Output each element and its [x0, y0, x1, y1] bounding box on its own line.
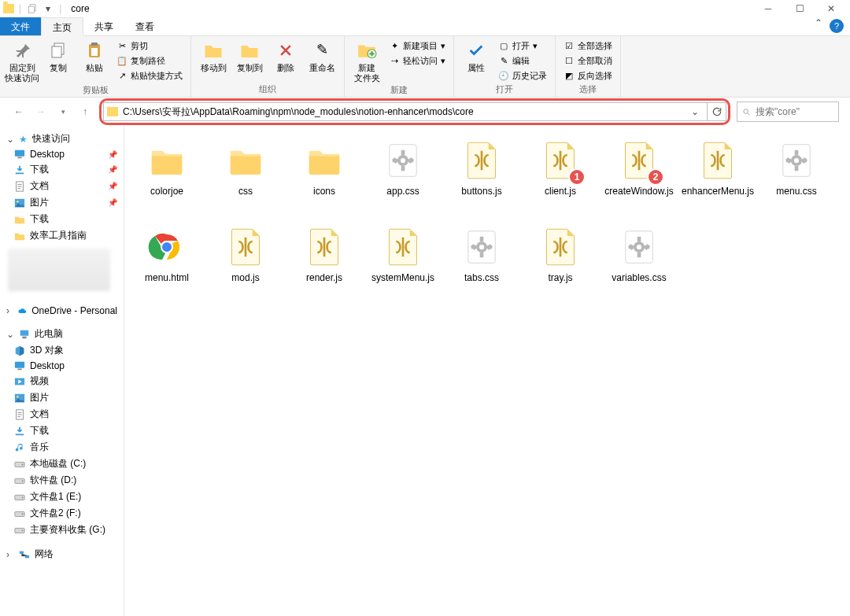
help-icon[interactable]: ? [830, 19, 844, 33]
open-button[interactable]: ▢打开 ▾ [495, 39, 550, 53]
collapse-ribbon-icon[interactable]: ⌃ [811, 17, 826, 35]
sidebar-item[interactable]: 下载 [0, 211, 124, 227]
file-label: css [238, 186, 253, 197]
invert-button[interactable]: ◩反向选择 [560, 69, 615, 83]
nav-recent-button[interactable]: ▾ [55, 104, 71, 120]
copy-label: 复制 [50, 63, 67, 73]
file-item[interactable]: menu.html [128, 220, 206, 307]
edit-button[interactable]: ✎编辑 [495, 54, 550, 68]
sidebar-item[interactable]: 文档📌 [0, 178, 124, 194]
window-title: core [71, 3, 89, 14]
properties-button[interactable]: 属性 [459, 38, 493, 73]
file-item[interactable]: buttons.js [442, 134, 521, 220]
sidebar-item[interactable]: 图片📌 [0, 194, 124, 211]
window-icon [3, 4, 14, 13]
nav-forward-button[interactable]: → [33, 104, 49, 120]
file-label: menu.css [776, 186, 816, 197]
sidebar-item[interactable]: 视频 [0, 373, 124, 389]
sidebar-thispc[interactable]: ⌄ 此电脑 [0, 326, 124, 342]
address-input[interactable] [123, 106, 686, 117]
file-item[interactable]: app.css [364, 134, 442, 220]
file-item[interactable]: tabs.css [442, 220, 521, 307]
refresh-button[interactable] [708, 102, 726, 121]
sidebar-item[interactable]: 效率工具指南 [0, 227, 124, 244]
sidebar-item[interactable]: 文档 [0, 406, 124, 422]
sidebar-item[interactable]: 主要资料收集 (G:) [0, 522, 124, 538]
nav-up-button[interactable]: ↑ [77, 104, 93, 120]
file-label: mod.js [231, 272, 259, 283]
file-item[interactable]: enhancerMenu.js [678, 134, 757, 220]
file-item[interactable]: tray.js [521, 220, 600, 307]
history-button[interactable]: 🕘历史记录 [495, 69, 550, 83]
sidebar-item[interactable]: 软件盘 (D:) [0, 472, 124, 489]
pin-icon: 📌 [108, 150, 117, 159]
file-label: buttons.js [461, 186, 501, 197]
qat-down-icon[interactable]: ▾ [42, 2, 54, 15]
newfolder-button[interactable]: 新建 文件夹 [349, 38, 384, 83]
file-item[interactable]: icons [285, 134, 364, 220]
delete-button[interactable]: 删除 [268, 38, 303, 73]
file-pane[interactable]: colorjoecssiconsapp.cssbuttons.js1client… [124, 126, 850, 616]
tab-file[interactable]: 文件 [0, 17, 41, 35]
pasteshortcut-button[interactable]: ↗粘贴快捷方式 [113, 69, 186, 83]
search-input[interactable] [756, 106, 833, 117]
tab-share[interactable]: 共享 [83, 17, 124, 35]
address-dropdown-icon[interactable]: ⌄ [686, 106, 704, 117]
file-icon [302, 138, 346, 183]
file-icon [460, 225, 504, 269]
file-item[interactable]: variables.css [600, 220, 678, 307]
copypath-button[interactable]: 📋复制路径 [113, 54, 186, 68]
file-item[interactable]: render.js [285, 220, 364, 307]
close-button[interactable]: ✕ [815, 0, 847, 17]
file-icon [224, 225, 268, 269]
file-label: createWindow.js [604, 186, 673, 197]
file-item[interactable]: 1client.js [521, 134, 600, 220]
sidebar-item[interactable]: Desktop [0, 359, 124, 373]
file-item[interactable]: css [206, 134, 285, 220]
qat-copy-icon[interactable] [26, 2, 39, 15]
file-icon [538, 225, 582, 269]
file-icon [617, 225, 661, 269]
sidebar-network[interactable]: › 网络 [0, 546, 124, 563]
moveto-button[interactable]: 移动到 [196, 38, 231, 73]
minimize-button[interactable]: ─ [752, 0, 784, 17]
sidebar-item[interactable]: 下载📌 [0, 161, 124, 178]
pin-quickaccess-button[interactable]: 固定到 快速访问 [5, 38, 39, 83]
newitem-button[interactable]: ✦新建项目 ▾ [386, 39, 449, 53]
file-item[interactable]: colorjoe [128, 134, 206, 220]
file-item[interactable]: menu.css [757, 134, 836, 220]
file-item[interactable]: systemMenu.js [364, 220, 442, 307]
tab-home[interactable]: 主页 [41, 17, 83, 36]
paste-label: 粘贴 [86, 63, 103, 73]
sidebar-item[interactable]: Desktop📌 [0, 147, 124, 161]
selectall-button[interactable]: ☑全部选择 [560, 39, 615, 53]
sidebar-item[interactable]: 文件盘2 (F:) [0, 505, 124, 522]
sidebar-item[interactable]: 音乐 [0, 439, 124, 456]
copyto-button[interactable]: 复制到 [232, 38, 267, 73]
sidebar-item[interactable]: 本地磁盘 (C:) [0, 456, 124, 472]
sidebar-item[interactable]: 下载 [0, 422, 124, 439]
copy-button[interactable]: 复制 [41, 38, 76, 73]
sidebar-item[interactable]: 图片 [0, 389, 124, 406]
file-label: icons [313, 186, 335, 197]
search-box[interactable] [737, 101, 839, 122]
file-label: tray.js [548, 272, 572, 283]
titlebar: | ▾ | core ─ ☐ ✕ [0, 0, 850, 17]
sidebar-onedrive[interactable]: › OneDrive - Personal [0, 304, 124, 318]
selectnone-button[interactable]: ☐全部取消 [560, 54, 615, 68]
file-item[interactable]: mod.js [206, 220, 285, 307]
tab-view[interactable]: 查看 [124, 17, 165, 35]
easyaccess-button[interactable]: ⇢轻松访问 ▾ [386, 54, 449, 68]
address-input-box[interactable]: ⌄ [103, 102, 708, 121]
maximize-button[interactable]: ☐ [784, 0, 815, 17]
group-select-label: 选择 [560, 83, 615, 97]
paste-button[interactable]: 粘贴 [77, 38, 112, 73]
nav-back-button[interactable]: ← [11, 104, 27, 120]
rename-button[interactable]: ✎重命名 [305, 38, 339, 73]
cut-button[interactable]: ✂剪切 [113, 39, 186, 53]
sidebar-item[interactable]: 文件盘1 (E:) [0, 489, 124, 505]
file-item[interactable]: 2createWindow.js [600, 134, 678, 220]
sidebar-item[interactable]: 3D 对象 [0, 342, 124, 359]
sidebar-quickaccess[interactable]: ⌄★ 快速访问 [0, 131, 124, 147]
file-icon [302, 225, 346, 269]
